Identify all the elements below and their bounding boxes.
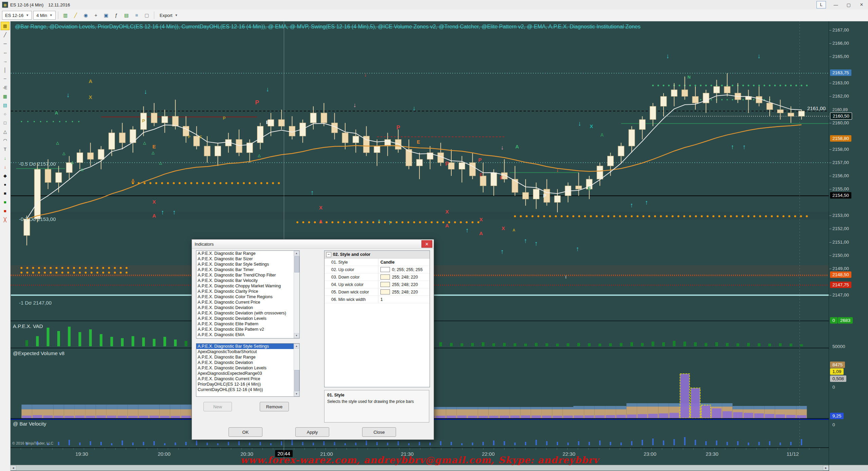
- available-indicator-item[interactable]: A.P.E.X. Diagnostic Bar Sizer: [196, 256, 299, 262]
- scroll-thumb[interactable]: [294, 256, 299, 272]
- region-tool-icon[interactable]: ▦: [1, 22, 9, 30]
- minimize-button[interactable]: —: [829, 0, 842, 9]
- property-row[interactable]: 03. Down color255; 248; 220: [324, 273, 430, 281]
- arrow-down-green-tool-icon[interactable]: ↓: [1, 154, 9, 162]
- available-indicator-item[interactable]: A.P.E.X. Diagnostic Clarity Price: [196, 289, 299, 294]
- text-tool-icon[interactable]: T: [1, 145, 9, 153]
- available-indicator-item[interactable]: A.P.E.X. Diagnostic Deviation: [196, 305, 299, 310]
- configured-indicator-item[interactable]: A.P.E.X. Diagnostic Bar Range: [196, 354, 299, 360]
- close-dialog-button[interactable]: Close: [362, 427, 396, 437]
- configured-indicator-item[interactable]: A.P.E.X. Diagnostic Current Price: [196, 376, 299, 382]
- interval-selector[interactable]: 4 Min ▼: [33, 11, 56, 20]
- available-indicator-item[interactable]: A.P.E.X. Diagnostic EMA: [196, 332, 299, 337]
- configured-indicators-list[interactable]: A.P.E.X. Diagnostic Bar Style SettingsAp…: [196, 343, 300, 397]
- horizontal-line-tool-icon[interactable]: ─: [1, 39, 9, 48]
- apply-button[interactable]: Apply: [295, 427, 329, 437]
- chart-list-button[interactable]: ≡: [132, 11, 141, 20]
- drawing-pencil-button[interactable]: ╱: [71, 11, 80, 20]
- indicators-button[interactable]: ƒ: [112, 11, 121, 20]
- scroll-left-icon[interactable]: ◄: [10, 465, 16, 471]
- property-grid[interactable]: − 02. Style and color 01. StyleCandle02.…: [324, 250, 430, 387]
- available-indicator-item[interactable]: A.P.E.X. Diagnostic Choppy Market Warnin…: [196, 283, 299, 289]
- available-indicator-item[interactable]: A.P.E.X. Diagnostic Current Price: [196, 300, 299, 305]
- crosshair-button[interactable]: +: [91, 11, 101, 20]
- fib-tool-icon[interactable]: -E: [1, 83, 9, 92]
- available-indicator-item[interactable]: A.P.E.X. Diagnostic Deviation (with cros…: [196, 310, 299, 316]
- collapse-icon[interactable]: −: [326, 252, 331, 257]
- available-indicator-item[interactable]: A.P.E.X. Diagnostic Elite Pattern: [196, 321, 299, 327]
- scroll-up-icon[interactable]: ▲: [294, 251, 299, 256]
- property-row[interactable]: 01. StyleCandle: [324, 259, 430, 266]
- dialog-close-icon[interactable]: ✕: [421, 240, 432, 248]
- price-axis[interactable]: 2167,002166,002165,002163,002162,002160,…: [829, 21, 868, 471]
- available-indicator-item[interactable]: A.P.E.X. Diagnostic Elite Pattern v2: [196, 327, 299, 332]
- chart-style-button[interactable]: ▥: [61, 11, 70, 20]
- arrow-down-red-tool-icon[interactable]: ↓: [1, 163, 9, 171]
- property-row[interactable]: 02. Up color0; 255; 255; 255: [324, 266, 430, 273]
- triangle-tool-icon[interactable]: △: [1, 127, 9, 136]
- instrument-selector[interactable]: ES 12-16 ▼: [2, 11, 32, 20]
- available-indicator-item[interactable]: A.P.E.X. Diagnostic Color Time Regions: [196, 294, 299, 300]
- configured-indicator-item[interactable]: ApexDiagnosticToolbarShortcut: [196, 349, 299, 354]
- available-indicator-item[interactable]: A.P.E.X. Diagnostic Bar Range: [196, 251, 299, 256]
- available-list-scrollbar[interactable]: ▲ ▼: [294, 251, 299, 338]
- configured-indicator-item[interactable]: A.P.E.X. Diagnostic Deviation Levels: [196, 365, 299, 371]
- arrow-line-tool-icon[interactable]: →: [1, 57, 9, 65]
- configured-indicator-item[interactable]: PriorDayOHLC(ES 12-16 (4 Min)): [196, 382, 299, 387]
- square-green-tool-icon[interactable]: ■: [1, 198, 9, 206]
- scroll-up-icon[interactable]: ▲: [294, 344, 299, 349]
- snapshot-button[interactable]: ▣: [101, 11, 111, 20]
- grid-tool-icon[interactable]: ▦: [1, 92, 9, 101]
- segment-tool-icon[interactable]: ╌: [1, 75, 9, 83]
- extended-line-tool-icon[interactable]: ↔: [1, 48, 9, 57]
- dialog-title-bar[interactable]: Indicators ✕: [192, 240, 434, 249]
- property-value[interactable]: 255; 248; 220: [378, 282, 430, 287]
- arc-tool-icon[interactable]: ◠: [1, 136, 9, 145]
- square-red-tool-icon[interactable]: ■: [1, 207, 9, 215]
- configured-indicator-item[interactable]: CurrentDayOHL(ES 12-16 (4 Min)): [196, 387, 299, 392]
- maximize-button[interactable]: ▢: [842, 0, 855, 9]
- property-category-row[interactable]: − 02. Style and color: [324, 251, 430, 259]
- dot-tool-icon[interactable]: ●: [1, 180, 9, 189]
- property-value[interactable]: Candle: [378, 260, 430, 265]
- marker-button[interactable]: ◉: [81, 11, 91, 20]
- configured-indicator-item[interactable]: A.P.E.X. Diagnostic Deviation: [196, 360, 299, 365]
- export-menu[interactable]: Export ▼: [157, 11, 181, 20]
- close-button[interactable]: ×: [855, 0, 868, 9]
- property-value[interactable]: 0; 255; 255; 255: [378, 267, 430, 272]
- diamond-tool-icon[interactable]: ◆: [1, 171, 9, 180]
- configured-indicator-item[interactable]: A.P.E.X. Diagnostic Bar Style Settings: [196, 344, 299, 349]
- pencil-tool-icon[interactable]: ╱: [1, 30, 9, 39]
- scroll-right-icon[interactable]: ►: [823, 465, 829, 471]
- rectangle-tool-icon[interactable]: □: [1, 119, 9, 127]
- scroll-down-icon[interactable]: ▼: [294, 333, 299, 338]
- available-indicator-item[interactable]: A.P.E.X. Diagnostic Bar Style Settings: [196, 262, 299, 267]
- ellipse-tool-icon[interactable]: ○: [1, 110, 9, 118]
- property-value[interactable]: 255; 248; 220: [378, 274, 430, 280]
- configured-list-scrollbar[interactable]: ▲ ▼: [294, 344, 299, 396]
- ok-button[interactable]: OK: [229, 427, 262, 437]
- brush-tool-icon[interactable]: ╳: [1, 216, 9, 224]
- available-indicators-list[interactable]: A.P.E.X. Diagnostic Bar RangeA.P.E.X. Di…: [196, 250, 300, 339]
- new-button[interactable]: New: [203, 402, 232, 411]
- vertical-line-tool-icon[interactable]: │: [1, 66, 9, 74]
- property-row[interactable]: 06. Min wick width1: [324, 296, 430, 303]
- property-value[interactable]: 1: [378, 297, 430, 302]
- remove-button[interactable]: Remove: [260, 402, 289, 411]
- property-row[interactable]: 04. Up wick color255; 248; 220: [324, 281, 430, 288]
- available-indicator-item[interactable]: A.P.E.X. Diagnostic Deviation Levels: [196, 316, 299, 321]
- indicators-dialog[interactable]: Indicators ✕ A.P.E.X. Diagnostic Bar Ran…: [192, 239, 434, 440]
- property-value[interactable]: 255; 248; 220: [378, 289, 430, 294]
- window-button[interactable]: ▢: [142, 11, 152, 20]
- available-indicator-item[interactable]: A.P.E.X. Diagnostic Bar Trend/Chop Filte…: [196, 272, 299, 278]
- available-indicator-item[interactable]: A.P.E.X. Diagnostic Bar Timer: [196, 267, 299, 272]
- scroll-thumb[interactable]: [294, 370, 299, 391]
- property-row[interactable]: 05. Down wick color255; 248; 220: [324, 288, 430, 296]
- horizontal-scrollbar[interactable]: ◄ ►: [10, 465, 829, 471]
- link-button[interactable]: L: [816, 1, 826, 8]
- configured-indicator-item[interactable]: ApexDiagnosticExpectedRange03: [196, 371, 299, 376]
- scroll-down-icon[interactable]: ▼: [294, 391, 299, 396]
- channel-tool-icon[interactable]: ▤: [1, 101, 9, 109]
- square-tool-icon[interactable]: ■: [1, 189, 9, 198]
- data-grid-button[interactable]: ▤: [122, 11, 131, 20]
